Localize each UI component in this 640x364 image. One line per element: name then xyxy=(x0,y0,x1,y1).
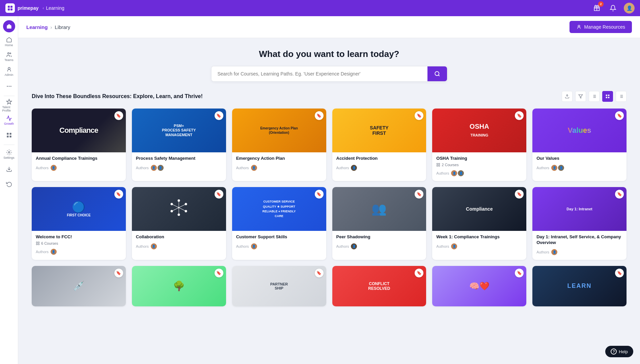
library-title: What do you want to learn today? xyxy=(32,49,627,59)
sidebar-item-teams[interactable]: Teams xyxy=(2,50,16,63)
card-img-week: Compliance 🔖 xyxy=(432,187,526,231)
logo[interactable]: primepay xyxy=(5,3,38,13)
sidebar-item-settings[interactable]: Settings xyxy=(2,148,16,161)
svg-rect-39 xyxy=(439,163,440,164)
card-body-customer: Customer Support Skills Authors 👤 xyxy=(232,231,326,254)
sidebar-item-sync[interactable] xyxy=(2,177,16,191)
card-title-week: Week 1: Compliance Trainings xyxy=(436,234,522,240)
grid-view-btn[interactable] xyxy=(602,91,613,102)
gift-icon-btn[interactable]: 2 xyxy=(591,3,602,13)
card-authors-customer: Authors 👤 xyxy=(236,243,322,250)
svg-rect-28 xyxy=(606,95,607,96)
filter-btn[interactable] xyxy=(575,91,586,102)
manage-resources-button[interactable]: Manage Resources xyxy=(569,21,632,33)
sidebar: Home Teams Admin xyxy=(0,16,18,364)
card-body-day1: Day 1: Intranet, Self Service, & Company… xyxy=(532,231,627,260)
card-authors-week: Authors 👤 xyxy=(436,243,522,250)
author-avatar-day1-1: 👤 xyxy=(551,248,558,256)
breadcrumb-parent[interactable]: Learning xyxy=(26,24,48,30)
breadcrumb-current: Library xyxy=(55,24,70,30)
card-emergency-action[interactable]: Emergency Action Plan(Orientation) 🔖 Eme… xyxy=(232,109,326,181)
bookmark-row3-1[interactable]: 🔖 xyxy=(114,269,123,277)
bookmark-customer[interactable]: 🔖 xyxy=(315,190,324,199)
card-our-values[interactable]: Values 🔖 Our Values Authors 👤 👤 xyxy=(532,109,627,181)
card-accident-protection[interactable]: SAFETYFIRST 🔖 Accident Protection Author… xyxy=(332,109,426,181)
svg-point-18 xyxy=(435,71,439,75)
sidebar-label-home: Home xyxy=(5,43,13,47)
search-button[interactable] xyxy=(427,66,447,81)
card-welcome-fcc[interactable]: 🔵 FIRST CHOICE 🔖 Welcome to FCC! 6 Cours… xyxy=(32,187,126,260)
library-header: What do you want to learn today? xyxy=(32,49,627,82)
svg-rect-41 xyxy=(439,165,440,166)
card-week-compliance[interactable]: Compliance 🔖 Week 1: Compliance Training… xyxy=(432,187,526,260)
sidebar-label-admin: Admin xyxy=(5,73,13,77)
sidebar-item-talent[interactable]: Talent Profile xyxy=(2,99,16,112)
svg-point-8 xyxy=(7,86,8,87)
sidebar-item-download[interactable] xyxy=(2,162,16,176)
bookmark-row3-3[interactable]: 🔖 xyxy=(315,269,324,277)
bookmark-row3-2[interactable]: 🔖 xyxy=(215,269,223,277)
sidebar-label-talent: Talent Profile xyxy=(2,105,16,112)
gift-badge: 2 xyxy=(598,1,604,7)
bookmark-values[interactable]: 🔖 xyxy=(615,111,624,120)
bookmark-annual-compliance[interactable]: 🔖 xyxy=(114,111,123,120)
svg-rect-2 xyxy=(8,8,10,10)
card-row3-3[interactable]: PARTNERSHIP 🔖 xyxy=(232,266,326,306)
export-btn[interactable] xyxy=(562,91,573,102)
bookmark-row3-4[interactable]: 🔖 xyxy=(415,269,423,277)
bookmark-fcc[interactable]: 🔖 xyxy=(114,190,123,199)
card-day1-intranet[interactable]: Day 1: Intranet 🔖 Day 1: Intranet, Self … xyxy=(532,187,627,260)
card-title-day1: Day 1: Intranet, Self Service, & Company… xyxy=(536,234,622,246)
bookmark-emergency[interactable]: 🔖 xyxy=(315,111,324,120)
card-title-peer: Peer Shadowing xyxy=(336,234,422,240)
card-customer-support[interactable]: CUSTOMER SERVICEQUALITY ★ SUPPORTRELIABL… xyxy=(232,187,326,260)
card-row3-6[interactable]: LEARN 🔖 xyxy=(532,266,627,306)
bookmark-peer[interactable]: 🔖 xyxy=(415,190,423,199)
card-row3-1[interactable]: 💉 🔖 xyxy=(32,266,126,306)
sidebar-label-settings: Settings xyxy=(3,156,15,159)
card-peer-shadowing[interactable]: 👥 🔖 Peer Shadowing Authors 👤 xyxy=(332,187,426,260)
sidebar-item-more[interactable] xyxy=(2,80,16,93)
card-row3-5[interactable]: 🧠❤️ 🔖 xyxy=(432,266,526,306)
card-img-day1: Day 1: Intranet 🔖 xyxy=(532,187,627,231)
search-input[interactable] xyxy=(212,66,427,81)
author-avatar-em-1: 👤 xyxy=(250,164,258,172)
card-authors-collab: Authors 👤 xyxy=(136,243,222,250)
bookmark-day1[interactable]: 🔖 xyxy=(615,190,624,199)
card-img-accident: SAFETYFIRST 🔖 xyxy=(332,109,426,152)
card-row3-4[interactable]: CONFLICTRESOLVED 🔖 xyxy=(332,266,426,306)
section-header: Dive Into These Boundless Resources: Exp… xyxy=(32,91,627,102)
bookmark-row3-6[interactable]: 🔖 xyxy=(615,269,624,277)
bookmark-accident[interactable]: 🔖 xyxy=(415,111,423,120)
author-avatar-os-1: 👤 xyxy=(450,170,458,177)
card-img-annual-compliance: Compliance 🔖 xyxy=(32,109,126,152)
bookmark-osha[interactable]: 🔖 xyxy=(515,111,524,120)
breadcrumb: Learning › Library xyxy=(26,24,70,30)
bookmark-week[interactable]: 🔖 xyxy=(515,190,524,199)
card-osha-training[interactable]: OSHATRAINING 🔖 OSHA Training 2 Courses A… xyxy=(432,109,526,181)
user-avatar[interactable]: 👤 xyxy=(624,3,635,13)
bookmark-row3-5[interactable]: 🔖 xyxy=(515,269,524,277)
svg-rect-40 xyxy=(437,165,438,166)
card-process-safety[interactable]: PSM+PROCESS SAFETYMANAGEMENT 🔖 Process S… xyxy=(132,109,226,181)
svg-rect-3 xyxy=(10,8,12,10)
list-view-btn[interactable] xyxy=(616,91,627,102)
bookmark-process-safety[interactable]: 🔖 xyxy=(215,111,223,120)
sidebar-item-apps[interactable] xyxy=(2,128,16,142)
author-avatar-psm-1: 👤 xyxy=(150,164,158,172)
sort-btn[interactable] xyxy=(589,91,600,102)
sidebar-item-growth[interactable]: Growth xyxy=(2,114,16,127)
help-button[interactable]: ? Help xyxy=(605,346,633,357)
sidebar-home-btn[interactable] xyxy=(3,20,15,32)
sidebar-item-home[interactable]: Home xyxy=(2,35,16,49)
card-authors-values: Authors 👤 👤 xyxy=(536,164,622,172)
bookmark-collab[interactable]: 🔖 xyxy=(215,190,223,199)
card-body-peer: Peer Shadowing Authors 👤 xyxy=(332,231,426,254)
card-body-week: Week 1: Compliance Trainings Authors 👤 xyxy=(432,231,526,254)
card-authors-emergency: Authors 👤 xyxy=(236,164,322,172)
card-collaboration[interactable]: 🔖 Collaboration Authors 👤 xyxy=(132,187,226,260)
card-row3-2[interactable]: 🌳 🔖 xyxy=(132,266,226,306)
sidebar-item-admin[interactable]: Admin xyxy=(2,65,16,78)
bell-icon-btn[interactable] xyxy=(608,3,618,13)
card-annual-compliance[interactable]: Compliance 🔖 Annual Compliance Trainings… xyxy=(32,109,126,181)
